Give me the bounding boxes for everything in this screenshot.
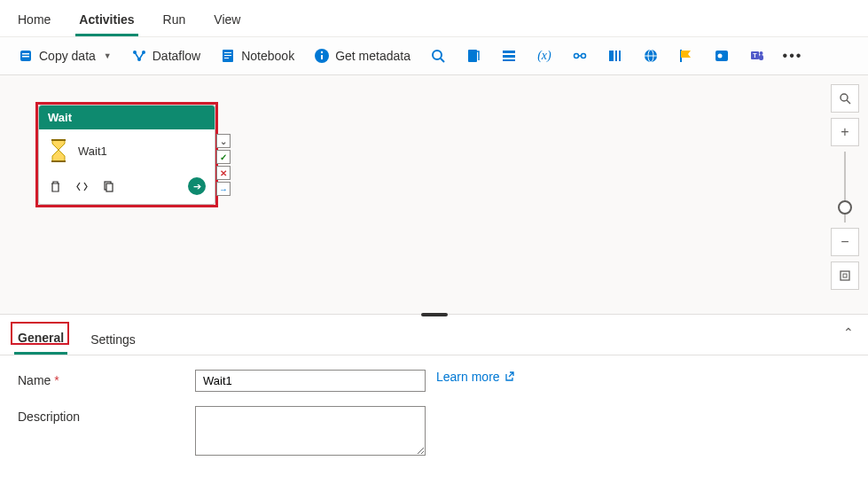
outlook-icon — [714, 48, 730, 64]
variable-icon: (x) — [536, 48, 552, 64]
svg-point-29 — [717, 54, 722, 59]
svg-rect-7 — [224, 52, 231, 53]
ml-icon — [572, 48, 588, 64]
svg-rect-18 — [503, 59, 515, 61]
tab-activities[interactable]: Activities — [75, 7, 137, 36]
tab-view[interactable]: View — [210, 7, 244, 36]
svg-rect-2 — [22, 56, 29, 58]
name-input[interactable] — [195, 370, 426, 392]
node-connectors: ⌄ ✓ ✕ → — [216, 134, 231, 196]
svg-rect-8 — [224, 55, 231, 56]
script-tool-button[interactable] — [458, 44, 489, 67]
ellipsis-icon: ••• — [785, 48, 801, 64]
svg-point-32 — [759, 51, 762, 55]
notebook-icon — [220, 48, 236, 64]
notebook-button[interactable]: Notebook — [213, 44, 301, 67]
svg-line-14 — [441, 59, 444, 62]
delete-icon[interactable] — [48, 179, 62, 193]
svg-rect-1 — [22, 53, 29, 55]
chevron-down-icon: ▼ — [104, 51, 112, 60]
collapse-panel-icon[interactable]: ⌃ — [843, 325, 854, 340]
svg-point-38 — [841, 94, 848, 101]
list-icon — [501, 48, 517, 64]
pipeline-canvas[interactable]: Wait Wait1 ➔ ⌄ — [0, 75, 868, 315]
svg-rect-9 — [224, 58, 229, 59]
copy-data-icon — [18, 48, 34, 64]
dataflow-label: Dataflow — [152, 49, 200, 63]
svg-rect-41 — [843, 274, 847, 277]
description-label: Description — [18, 406, 195, 424]
activity-name: Wait1 — [78, 144, 107, 158]
learn-more-link[interactable]: Learn more — [436, 370, 514, 384]
get-metadata-label: Get metadata — [335, 49, 411, 63]
zoom-controls: + − — [831, 84, 859, 290]
svg-rect-16 — [503, 51, 515, 53]
name-label: Name * — [18, 370, 195, 387]
tab-general[interactable]: General — [14, 327, 67, 355]
tab-run[interactable]: Run — [160, 7, 190, 36]
svg-rect-37 — [106, 183, 113, 191]
properties-tabs: General Settings ⌃ — [0, 318, 868, 355]
variable-tool-button[interactable]: (x) — [529, 44, 559, 67]
activity-type-header: Wait — [39, 105, 215, 129]
connector-fail-icon[interactable]: ✕ — [216, 166, 231, 180]
svg-rect-11 — [321, 55, 323, 59]
svg-point-20 — [581, 54, 585, 59]
top-tabs: Home Activities Run View — [0, 0, 868, 37]
zoom-slider-thumb[interactable] — [838, 200, 852, 215]
properties-panel: Name * Learn more Description — [0, 355, 868, 484]
svg-rect-34 — [51, 139, 66, 141]
info-icon — [314, 48, 330, 64]
svg-rect-40 — [841, 271, 849, 280]
svg-rect-23 — [615, 51, 617, 61]
canvas-search-button[interactable] — [831, 84, 859, 113]
stored-proc-tool-button[interactable] — [494, 44, 524, 67]
copy-data-label: Copy data — [39, 49, 96, 63]
tab-settings-props[interactable]: Settings — [87, 329, 139, 354]
svg-line-39 — [847, 100, 850, 104]
zoom-in-button[interactable]: + — [831, 118, 859, 146]
copy-icon[interactable] — [101, 179, 115, 193]
ml-tool-button[interactable] — [565, 44, 595, 67]
teams-tool-button[interactable]: T — [742, 44, 772, 67]
run-activity-icon[interactable]: ➔ — [188, 177, 206, 195]
lookup-tool-button[interactable] — [423, 44, 453, 67]
webhook-tool-button[interactable] — [671, 44, 701, 67]
outlook-tool-button[interactable] — [707, 44, 737, 67]
toolbar: Copy data ▼ Dataflow Notebook Get metada… — [0, 37, 868, 75]
connector-success-icon[interactable]: ✓ — [216, 150, 231, 164]
script-icon — [465, 48, 481, 64]
teams-icon: T — [749, 48, 765, 64]
more-tools-button[interactable]: ••• — [778, 44, 808, 67]
svg-rect-33 — [759, 55, 763, 60]
connector-collapse-icon[interactable]: ⌄ — [216, 134, 231, 148]
flag-icon — [678, 48, 694, 64]
svg-rect-17 — [503, 55, 515, 58]
external-link-icon — [504, 371, 514, 382]
dataflow-icon — [131, 48, 147, 64]
dataflow-button[interactable]: Dataflow — [124, 44, 207, 67]
wait-activity-node[interactable]: Wait Wait1 ➔ ⌄ — [38, 105, 215, 205]
svg-point-12 — [321, 51, 323, 53]
code-icon[interactable] — [74, 179, 89, 193]
zoom-slider[interactable] — [844, 152, 846, 222]
search-icon — [430, 48, 446, 64]
connector-skip-icon[interactable]: → — [216, 182, 231, 196]
zoom-out-button[interactable]: − — [831, 228, 859, 256]
svg-rect-24 — [619, 51, 621, 61]
function-icon — [607, 48, 623, 64]
get-metadata-button[interactable]: Get metadata — [307, 44, 418, 67]
activity-highlight: Wait Wait1 ➔ ⌄ — [35, 102, 218, 207]
functions-tool-button[interactable] — [600, 44, 630, 67]
tab-home[interactable]: Home — [14, 7, 54, 36]
web-tool-button[interactable] — [636, 44, 666, 67]
hourglass-icon — [48, 138, 69, 163]
svg-point-13 — [433, 51, 442, 59]
description-textarea[interactable] — [195, 406, 426, 456]
globe-icon — [643, 48, 659, 64]
copy-data-button[interactable]: Copy data ▼ — [11, 44, 119, 67]
svg-rect-22 — [609, 51, 614, 61]
svg-rect-15 — [468, 50, 477, 62]
notebook-label: Notebook — [241, 49, 294, 63]
zoom-fit-button[interactable] — [831, 262, 859, 290]
